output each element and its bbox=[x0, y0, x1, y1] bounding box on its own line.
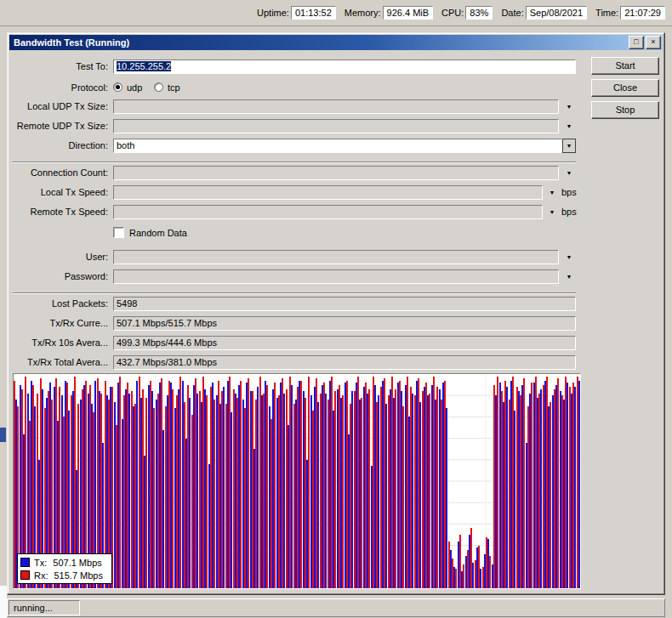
bandwidth-chart: Tx: 507.1 Mbps Rx: 515.7 Mbps bbox=[13, 373, 581, 589]
cpu-value: 83% bbox=[465, 6, 493, 20]
time-label: Time: bbox=[595, 8, 618, 18]
cpu-label: CPU: bbox=[441, 8, 464, 18]
status-bar: running... bbox=[7, 598, 665, 617]
chart-legend: Tx: 507.1 Mbps Rx: 515.7 Mbps bbox=[17, 553, 112, 584]
direction-input[interactable]: both bbox=[113, 139, 562, 153]
protocol-udp-label[interactable]: udp bbox=[127, 82, 142, 93]
separator bbox=[13, 292, 576, 294]
local-tx-speed-label: Local Tx Speed: bbox=[8, 187, 108, 197]
test-to-label: Test To: bbox=[8, 61, 108, 71]
local-tx-speed-row: Local Tx Speed: ▼ bps bbox=[8, 185, 666, 201]
desktop: Uptime: 01:13:52 Memory: 926.4 MiB CPU: … bbox=[0, 0, 672, 618]
random-data-label[interactable]: Random Data bbox=[129, 228, 187, 238]
password-row: Password: ▼ bbox=[8, 269, 666, 285]
status-text-cell: running... bbox=[9, 600, 80, 615]
remote-tx-speed-dropdown-icon[interactable]: ▼ bbox=[545, 205, 559, 219]
remote-udp-tx-size-input[interactable] bbox=[113, 119, 559, 133]
txrx-current-row: Tx/Rx Curre... 507.1 Mbps/515.7 Mbps bbox=[8, 316, 666, 332]
txrx-10s-average-row: Tx/Rx 10s Avera... 499.3 Mbps/444.6 Mbps bbox=[8, 336, 666, 351]
user-row: User: ▼ bbox=[8, 250, 666, 265]
lost-packets-field: 5498 bbox=[113, 297, 576, 311]
separator bbox=[13, 162, 576, 163]
remote-tx-speed-label: Remote Tx Speed: bbox=[8, 207, 108, 217]
local-tx-speed-input[interactable] bbox=[113, 185, 543, 200]
tx-legend-swatch-icon bbox=[20, 558, 30, 567]
password-dropdown-icon[interactable]: ▼ bbox=[562, 269, 576, 284]
txrx-total-average-label: Tx/Rx Total Avera... bbox=[8, 357, 108, 367]
memory-value: 926.4 MiB bbox=[383, 6, 434, 20]
local-udp-tx-size-input[interactable] bbox=[113, 99, 559, 114]
direction-label: Direction: bbox=[8, 140, 108, 150]
random-data-row: Random Data bbox=[8, 226, 666, 241]
remote-udp-tx-size-label: Remote UDP Tx Size: bbox=[8, 121, 108, 131]
local-tx-speed-dropdown-icon[interactable]: ▼ bbox=[545, 185, 559, 200]
remote-udp-tx-size-dropdown-icon[interactable]: ▼ bbox=[562, 119, 576, 133]
lost-packets-label: Lost Packets: bbox=[8, 298, 108, 309]
window-title: Bandwidth Test (Running) bbox=[9, 37, 629, 48]
test-to-row: Test To: 10.255.255.2 bbox=[8, 60, 666, 75]
txrx-total-average-field: 432.7 Mbps/381.0 Mbps bbox=[113, 355, 576, 370]
restore-window-button[interactable]: □ bbox=[629, 36, 644, 49]
test-to-input[interactable]: 10.255.255.2 bbox=[113, 60, 576, 74]
rx-legend-value: 515.7 Mbps bbox=[54, 570, 103, 581]
close-window-button[interactable]: × bbox=[646, 36, 661, 49]
time-value: 21:07:29 bbox=[620, 6, 665, 20]
direction-combo-arrow-icon[interactable]: ▼ bbox=[562, 139, 576, 153]
lost-packets-value: 5498 bbox=[117, 298, 137, 309]
system-status-bar: Uptime: 01:13:52 Memory: 926.4 MiB CPU: … bbox=[0, 0, 672, 26]
txrx-total-average-row: Tx/Rx Total Avera... 432.7 Mbps/381.0 Mb… bbox=[8, 355, 666, 371]
protocol-tcp-label[interactable]: tcp bbox=[168, 82, 180, 93]
status-text: running... bbox=[14, 603, 53, 613]
protocol-row: Protocol: udp tcp bbox=[8, 81, 666, 96]
date-value: Sep/08/2021 bbox=[526, 6, 587, 20]
connection-count-label: Connection Count: bbox=[8, 167, 108, 178]
stop-button[interactable]: Stop bbox=[591, 101, 659, 119]
rx-legend-swatch-icon bbox=[20, 570, 30, 580]
txrx-10s-average-label: Tx/Rx 10s Avera... bbox=[8, 337, 108, 348]
local-udp-tx-size-dropdown-icon[interactable]: ▼ bbox=[562, 99, 576, 114]
txrx-10s-average-value: 499.3 Mbps/444.6 Mbps bbox=[117, 337, 217, 348]
connection-count-input[interactable] bbox=[113, 166, 559, 180]
legend-rx-row: Rx: 515.7 Mbps bbox=[20, 569, 103, 581]
remote-tx-speed-unit: bps bbox=[561, 207, 577, 217]
local-udp-tx-size-row: Local UDP Tx Size: ▼ bbox=[8, 99, 666, 115]
start-button[interactable]: Start bbox=[591, 57, 659, 75]
protocol-udp-radio[interactable] bbox=[113, 82, 122, 92]
legend-tx-row: Tx: 507.1 Mbps bbox=[20, 556, 103, 569]
rx-legend-label: Rx: bbox=[34, 570, 48, 581]
remote-tx-speed-input[interactable] bbox=[113, 205, 543, 219]
random-data-checkbox[interactable] bbox=[113, 227, 124, 238]
background-window-fragment bbox=[0, 586, 7, 618]
local-udp-tx-size-label: Local UDP Tx Size: bbox=[8, 101, 108, 111]
direction-value: both bbox=[117, 140, 134, 150]
lost-packets-row: Lost Packets: 5498 bbox=[8, 297, 666, 312]
test-to-value: 10.255.255.2 bbox=[117, 61, 171, 71]
txrx-10s-average-field: 499.3 Mbps/444.6 Mbps bbox=[113, 336, 576, 350]
protocol-label: Protocol: bbox=[8, 82, 108, 93]
direction-row: Direction: both ▼ bbox=[8, 139, 666, 154]
txrx-current-field: 507.1 Mbps/515.7 Mbps bbox=[113, 316, 576, 331]
tx-legend-value: 507.1 Mbps bbox=[53, 558, 101, 568]
uptime-value: 01:13:52 bbox=[291, 6, 336, 20]
uptime-label: Uptime: bbox=[257, 8, 289, 18]
memory-label: Memory: bbox=[345, 8, 381, 18]
system-status-items: Uptime: 01:13:52 Memory: 926.4 MiB CPU: … bbox=[248, 6, 665, 20]
connection-count-row: Connection Count: ▼ bbox=[8, 166, 666, 181]
close-button[interactable]: Close bbox=[591, 79, 659, 97]
window-titlebar: Bandwidth Test (Running) □ × bbox=[9, 35, 663, 50]
protocol-tcp-radio[interactable] bbox=[154, 82, 163, 92]
local-tx-speed-unit: bps bbox=[561, 187, 577, 197]
txrx-total-average-value: 432.7 Mbps/381.0 Mbps bbox=[117, 357, 217, 367]
user-label: User: bbox=[8, 252, 108, 262]
bandwidth-test-window: Bandwidth Test (Running) □ × Test To: 10… bbox=[7, 32, 665, 595]
password-label: Password: bbox=[8, 271, 108, 281]
background-window-fragment bbox=[0, 428, 6, 442]
password-input[interactable] bbox=[113, 269, 559, 284]
user-input[interactable] bbox=[113, 250, 559, 264]
remote-udp-tx-size-row: Remote UDP Tx Size: ▼ bbox=[8, 119, 666, 134]
date-label: Date: bbox=[501, 8, 523, 18]
user-dropdown-icon[interactable]: ▼ bbox=[562, 250, 576, 264]
txrx-current-label: Tx/Rx Curre... bbox=[8, 318, 108, 328]
txrx-current-value: 507.1 Mbps/515.7 Mbps bbox=[117, 318, 217, 328]
connection-count-dropdown-icon[interactable]: ▼ bbox=[562, 166, 576, 180]
